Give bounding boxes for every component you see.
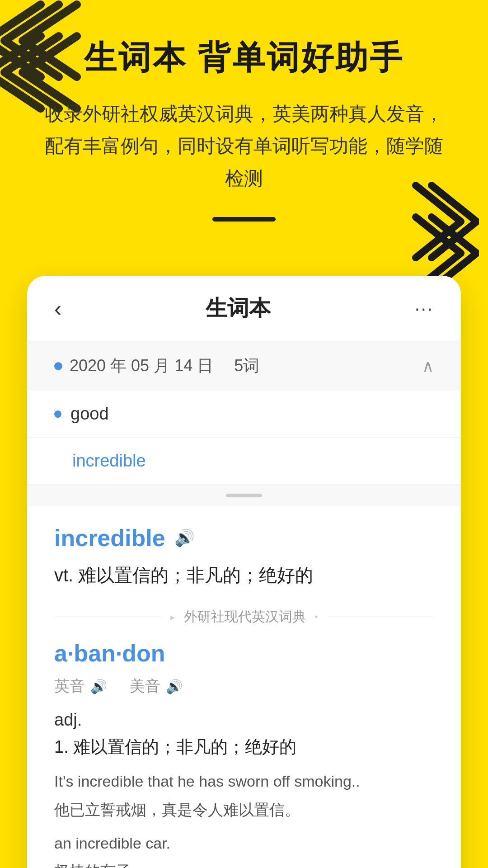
word-count: 5词 xyxy=(234,355,259,377)
scroll-bar xyxy=(226,494,262,497)
part-of-speech: adj. xyxy=(54,710,434,730)
chevron-up-icon[interactable]: ∧ xyxy=(422,357,434,376)
pron-us: 美音 🔊 xyxy=(130,676,183,697)
back-button[interactable]: ‹ xyxy=(54,296,61,321)
pron-row: 英音 🔊 美音 🔊 xyxy=(54,676,434,697)
example1-zh: 他已立誓戒烟，真是令人难以置信。 xyxy=(54,797,434,822)
date-row: 2020 年 05 月 14 日 5词 ∧ xyxy=(27,341,461,391)
vocab-panel-title: 生词本 xyxy=(206,294,271,323)
word-item-good[interactable]: good xyxy=(27,391,461,438)
scroll-indicator xyxy=(27,485,461,506)
example2-zh: 极棒的车子 xyxy=(54,859,434,868)
example1-en: It's incredible that he has sworn off sm… xyxy=(54,769,434,793)
entry-definition-top: vt. 难以置信的；非凡的；绝好的 xyxy=(54,561,434,590)
more-button[interactable]: ··· xyxy=(415,298,434,319)
main-title: 生词本 背单词好助手 xyxy=(36,36,452,80)
example2-en: an incredible car. xyxy=(54,831,434,855)
def-number: 1. xyxy=(54,737,69,756)
date-dot xyxy=(54,362,62,370)
divider-line-right xyxy=(327,617,434,617)
pron-us-label: 美音 xyxy=(130,676,160,697)
entry-word-row: incredible 🔊 xyxy=(54,524,434,552)
top-section: 生词本 背单词好助手 收录外研社权威英汉词典，英美两种真人发音，配有丰富例句，同… xyxy=(0,0,488,249)
dict-source-divider: ▸ 外研社现代英汉词典 • xyxy=(54,608,434,626)
subtitle: 收录外研社权威英汉词典，英美两种真人发音，配有丰富例句，同时设有单词听写功能，随… xyxy=(36,98,452,194)
pron-en: 英音 🔊 xyxy=(54,676,107,697)
pron-en-label: 英音 xyxy=(54,676,85,697)
word-item-incredible[interactable]: incredible xyxy=(27,438,461,485)
date-row-left: 2020 年 05 月 14 日 5词 xyxy=(54,355,259,377)
word-dot xyxy=(54,410,61,418)
dict-source-text: 外研社现代英汉词典 xyxy=(184,608,306,626)
divider-arrow-left: ▸ xyxy=(170,612,175,623)
word-good-text: good xyxy=(70,404,109,424)
speaker-icon-top[interactable]: 🔊 xyxy=(174,528,195,547)
vocab-header: ‹ 生词本 ··· xyxy=(27,276,461,341)
divider-line-left xyxy=(54,617,161,617)
entry-word: incredible xyxy=(54,524,165,552)
divider-bar xyxy=(212,217,276,222)
card-container: ‹ 生词本 ··· 2020 年 05 月 14 日 5词 ∧ good inc… xyxy=(27,276,461,868)
def-content: 难以置信的；非凡的；绝好的 xyxy=(73,737,296,756)
definition-text: 1. 难以置信的；非凡的；绝好的 xyxy=(54,734,434,760)
syllable-word: a·ban·don xyxy=(54,640,434,667)
pron-us-speaker[interactable]: 🔊 xyxy=(166,679,183,694)
date-text: 2020 年 05 月 14 日 xyxy=(70,355,213,377)
word-incredible-text: incredible xyxy=(54,451,146,471)
dict-section-top: incredible 🔊 vt. 难以置信的；非凡的；绝好的 ▸ 外研社现代英汉… xyxy=(27,506,461,868)
pron-en-speaker[interactable]: 🔊 xyxy=(90,679,107,694)
divider-dot-right: • xyxy=(315,612,318,622)
